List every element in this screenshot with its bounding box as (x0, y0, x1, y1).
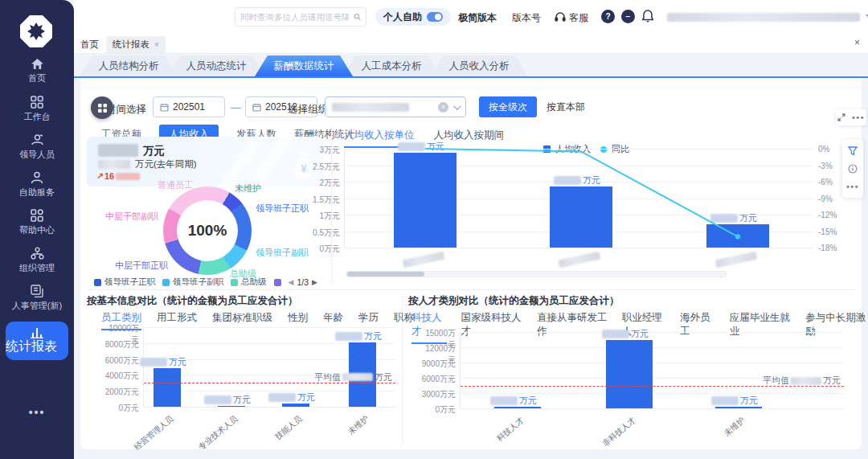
hr-cards-icon (31, 285, 44, 297)
pager-prev-icon[interactable]: ◀ (289, 278, 294, 286)
data-bar[interactable] (394, 153, 457, 248)
org-select[interactable]: × (325, 96, 466, 117)
sidebar-more-button[interactable]: ••• (0, 406, 74, 419)
chevron-down-icon[interactable] (453, 102, 461, 110)
donut-label: 中层干部副职 (105, 211, 158, 223)
info-icon[interactable] (842, 160, 863, 178)
app-window: 首页 工作台 领导人员 自助服务 帮助中心 组织管理 人事管理(新) 统计报表 (0, 0, 868, 459)
bar-value-label: 万元 (140, 356, 186, 368)
donut-center-label: 100% (177, 200, 238, 261)
tab-close-icon[interactable]: × (154, 40, 159, 49)
data-bar[interactable] (218, 406, 245, 407)
sidebar-item-workbench[interactable]: 工作台 (0, 96, 74, 123)
sidebar-item-org[interactable]: 组织管理 (0, 247, 74, 274)
data-bar[interactable] (282, 404, 309, 407)
sidebar-item-home[interactable]: 首页 (0, 58, 74, 84)
pager-next-icon[interactable]: ▶ (312, 278, 317, 286)
tab-current-label: 统计报表 (113, 39, 149, 51)
panel-close-icon[interactable]: × (854, 37, 860, 48)
tab-labor-cost[interactable]: 人工成本分析 (342, 55, 440, 76)
y-axis-tick: 2万元 (303, 178, 340, 189)
sidebar-item-self-service[interactable]: 自助服务 (0, 171, 74, 199)
y-axis-tick: 3万元 (303, 145, 340, 156)
data-bar[interactable] (550, 186, 612, 248)
data-bar[interactable] (606, 340, 653, 408)
sidebar-item-hr[interactable]: 人事管理(新) (0, 285, 74, 312)
sidebar-item-label: 组织管理 (0, 262, 74, 274)
service-link[interactable]: 客服 (569, 11, 588, 25)
chart-scrollbar (346, 271, 727, 277)
talent-chart-title: 按人才类别对比（统计的金额为员工应发合计） (408, 294, 620, 308)
tab-home[interactable]: 首页 (80, 39, 99, 51)
sidebar-item-reports[interactable]: 统计报表 (6, 322, 68, 360)
basic-info-bar-chart[interactable]: 10000万元8000万元6000万元4000万元2000万元0万元万元经营管理… (143, 327, 395, 408)
y-axis-tick: 1万元 (303, 211, 340, 222)
data-bar[interactable] (706, 224, 769, 248)
tab-current-page[interactable]: 统计报表 × (106, 36, 166, 53)
legend-swatch (94, 279, 101, 286)
date-from-input[interactable]: 202501 (153, 96, 225, 117)
more-actions-icon[interactable]: ••• (852, 113, 865, 122)
legend-item[interactable]: 总助级 (231, 277, 267, 288)
drag-handle-button[interactable] (91, 96, 113, 119)
clear-icon[interactable]: × (438, 102, 448, 113)
donut-label: 领导班子副职 (256, 247, 309, 259)
y2-axis-tick: -12% (818, 211, 845, 219)
average-label: 平均值万元 (763, 375, 841, 387)
scope-direct-button[interactable]: 按直本部 (537, 96, 595, 117)
personal-mode-toggle[interactable] (427, 12, 443, 22)
y2-axis-tick: -6% (818, 178, 845, 186)
y-axis-tick: 2000万元 (102, 387, 139, 398)
sidebar-item-label: 自助服务 (0, 186, 74, 199)
sidebar-item-leaders[interactable]: 领导人员 (0, 133, 74, 161)
scope-full-button[interactable]: 按全级次 (479, 96, 537, 117)
data-bar[interactable] (154, 368, 181, 407)
version-link[interactable]: 版本号 (512, 11, 541, 25)
data-bar[interactable] (715, 407, 762, 408)
tab-salary-stats[interactable]: 薪酬数据统计 (255, 55, 353, 76)
tab-structure-analysis[interactable]: 人员结构分析 (80, 55, 178, 76)
bar-value-label: 万元 (490, 395, 537, 407)
chart-scrollbar-thumb[interactable] (347, 272, 424, 277)
legend-item[interactable]: 领导班子副职 (162, 277, 223, 288)
average-label: 平均值万元 (314, 371, 392, 383)
avg-income-by-unit-chart[interactable]: 3万元2.5万元2万元1.5万元1万元0.5万元0万元0%-3%-6%-9%-1… (344, 149, 813, 248)
bar-value-label: 万元 (268, 391, 315, 404)
bar-value-label: 万元 (554, 174, 600, 186)
chart-actions-group: ••• (836, 109, 866, 125)
org-filter-label: 选择组织 (288, 103, 328, 117)
bar-value-redacted (268, 393, 296, 402)
sidebar-item-label: 首页 (0, 72, 74, 84)
notice-circle-icon[interactable]: − (621, 10, 635, 23)
y-axis-tick: 0万元 (102, 403, 139, 414)
filter-funnel-icon[interactable] (842, 142, 863, 160)
tab-income-analysis[interactable]: 人员收入分析 (430, 55, 528, 76)
stat-delta-redacted (116, 173, 140, 180)
bell-icon[interactable] (642, 10, 653, 23)
search-icon[interactable] (354, 12, 361, 22)
bar-value-label: 万元 (710, 212, 757, 224)
data-bar[interactable] (494, 407, 541, 408)
y-axis-tick: 4000万元 (102, 371, 139, 382)
legend-item[interactable] (274, 279, 281, 286)
legend-item[interactable]: 领导班子正职 (94, 277, 155, 288)
bar-value-redacted (140, 358, 167, 367)
y2-axis-tick: -9% (818, 195, 845, 203)
tab-dynamic-stats[interactable]: 人员动态统计 (167, 55, 265, 76)
y-axis-tick: 0.5万元 (303, 227, 340, 239)
average-label-text: 平均值 (763, 375, 789, 387)
y2-axis-tick: -15% (818, 227, 845, 236)
user-account-redacted[interactable] (667, 13, 860, 22)
chart-more-icon[interactable]: ••• (842, 178, 863, 195)
grid-icon (31, 96, 43, 109)
help-circle-icon[interactable]: ? (601, 10, 615, 23)
sidebar-item-help-center[interactable]: 帮助中心 (0, 209, 74, 236)
bar-value-label: 万元 (335, 330, 382, 342)
bar-value-redacted (711, 396, 739, 405)
search-input[interactable] (235, 12, 354, 22)
expand-icon[interactable] (837, 113, 845, 121)
headset-icon (555, 11, 566, 22)
talent-bar-chart[interactable]: 15000万元12000万元9000万元6000万元3000万元0万元万元科技人… (460, 332, 844, 409)
stat-value-redacted (98, 144, 138, 157)
personal-mode-pill[interactable]: 个人自助 (375, 8, 451, 26)
